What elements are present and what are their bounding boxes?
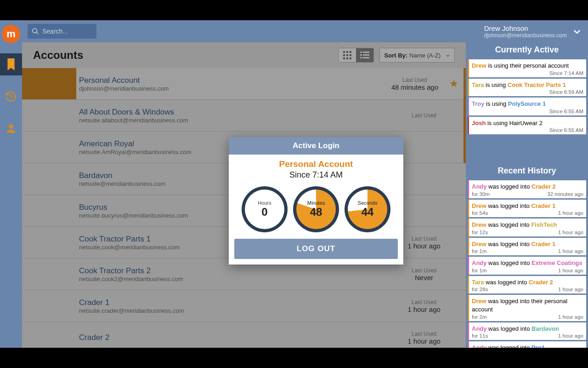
currently-active-title: Currently Active	[466, 42, 588, 57]
nav-user-icon[interactable]	[0, 118, 22, 140]
svg-point-0	[33, 29, 37, 33]
modal-account: Personal Account	[229, 155, 403, 170]
activity-item[interactable]: Andy was logged into Bardavonfor 11s1 ho…	[468, 322, 586, 340]
modal-since: Since 7:14 AM	[229, 170, 403, 184]
recent-history-title: Recent History	[466, 163, 588, 178]
activity-item[interactable]: Drew was logged into Crader 1for 54s1 ho…	[468, 200, 586, 218]
activity-item[interactable]: Tara was logged into Crader 2for 28s1 ho…	[468, 276, 586, 294]
active-login-modal: Active Login Personal Account Since 7:14…	[229, 137, 403, 264]
activity-item[interactable]: Josh is using HairUwear 2Since 6:55 AM	[468, 117, 586, 135]
activity-item[interactable]: Tara is using Cook Tractor Parts 1Since …	[468, 79, 586, 97]
activity-sidebar: Currently Active Drew is using their per…	[466, 42, 588, 348]
nav-rail: m	[0, 20, 22, 348]
activity-item[interactable]: Drew is using their personal accountSinc…	[468, 59, 586, 77]
activity-item[interactable]: Drew was logged into FishTechfor 12s1 ho…	[468, 218, 586, 236]
activity-item[interactable]: Andy was logged into Pro1for 3s1 hour ag…	[468, 341, 586, 348]
user-menu[interactable]: Drew Johnson djohnson@meridianbusiness.c…	[484, 24, 582, 39]
hours-dial: Hours 0	[242, 186, 288, 232]
minutes-dial: Minutes 48	[293, 186, 339, 232]
user-email: djohnson@meridianbusiness.com	[484, 32, 567, 39]
app-logo[interactable]: m	[2, 25, 20, 43]
activity-item[interactable]: Troy is using PolySource 1Since 6:55 AM	[468, 98, 586, 115]
modal-title: Active Login	[229, 137, 403, 155]
nav-history-icon[interactable]	[0, 86, 22, 108]
chevron-down-icon	[571, 26, 582, 37]
activity-item[interactable]: Drew was logged into Crader 1for 1m1 hou…	[468, 238, 586, 256]
user-name: Drew Johnson	[484, 24, 567, 32]
search-icon	[32, 28, 39, 35]
seconds-dial: Seconds 44	[345, 186, 390, 232]
activity-item[interactable]: Drew was logged into their personal acco…	[468, 295, 586, 321]
activity-item[interactable]: Andy was logged into Extreme Coatingsfor…	[468, 257, 586, 275]
activity-item[interactable]: Andy was logged into Crader 2for 30m32 m…	[468, 180, 586, 198]
nav-bookmark-icon[interactable]	[0, 53, 22, 75]
logout-button[interactable]: LOG OUT	[234, 239, 398, 259]
topbar: Drew Johnson djohnson@meridianbusiness.c…	[22, 20, 588, 42]
